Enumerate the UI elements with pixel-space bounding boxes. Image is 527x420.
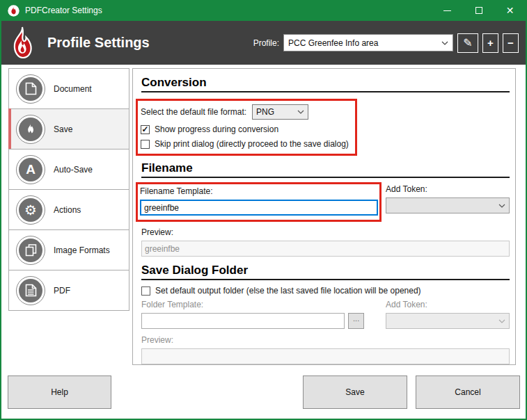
remove-profile-button[interactable]: − xyxy=(503,33,519,53)
minimize-button[interactable] xyxy=(432,0,463,21)
sidebar-item-label: Actions xyxy=(54,205,81,215)
save-button[interactable]: Save xyxy=(303,375,407,409)
show-progress-checkbox[interactable] xyxy=(141,125,150,134)
folder-add-token-dropdown xyxy=(386,313,510,329)
filename-preview-label: Preview: xyxy=(141,227,510,237)
add-profile-button[interactable]: + xyxy=(482,33,498,53)
skip-print-dialog-label: Skip print dialog (directly proceed to t… xyxy=(155,139,349,149)
conversion-heading: Conversion xyxy=(141,76,510,92)
file-format-dropdown[interactable]: PNG xyxy=(252,104,308,120)
header: Profile Settings Profile: PCC Greenfee I… xyxy=(1,21,526,65)
minimize-icon xyxy=(443,10,451,11)
window-title: PDFCreator Settings xyxy=(25,6,102,15)
flame-icon xyxy=(16,115,45,144)
chevron-down-icon xyxy=(297,110,304,114)
show-progress-label: Show progress during conversion xyxy=(155,124,278,134)
default-format-label: Select the default file format: xyxy=(141,107,246,117)
profile-dropdown[interactable]: PCC Greenfee Info area xyxy=(283,34,453,51)
edit-profile-button[interactable]: ✎ xyxy=(457,33,478,53)
pdfcreator-settings-window: PDFCreator Settings ✕ Profile Settings P… xyxy=(0,0,527,420)
profile-group: Profile: PCC Greenfee Info area ✎ + − xyxy=(253,33,519,53)
sidebar-item-auto-save[interactable]: A Auto-Save xyxy=(8,149,129,190)
stacked-pages-icon xyxy=(16,236,45,265)
conversion-highlight-box: Select the default file format: PNG Show… xyxy=(136,99,357,156)
folder-preview-label: Preview: xyxy=(141,335,510,345)
close-icon: ✕ xyxy=(506,6,514,15)
sidebar-item-label: Auto-Save xyxy=(54,165,93,175)
filename-heading: Filename xyxy=(141,161,510,178)
add-token-label: Add Token: xyxy=(386,184,510,194)
document-lines-icon xyxy=(16,276,45,305)
sidebar: Document Save A Auto-Save ⚙ xyxy=(8,68,129,311)
app-flame-icon xyxy=(8,5,19,17)
sidebar-item-label: Image Formats xyxy=(54,245,110,255)
browse-folder-button[interactable]: ... xyxy=(348,313,364,329)
folder-template-label: Folder Template: xyxy=(141,300,364,309)
set-default-output-folder-checkbox[interactable] xyxy=(141,286,150,296)
pdfcreator-logo-flame-icon xyxy=(8,26,37,60)
sidebar-item-save[interactable]: Save xyxy=(8,108,129,150)
filename-template-input[interactable] xyxy=(140,200,378,216)
sidebar-item-document[interactable]: Document xyxy=(8,68,129,109)
folder-template-input[interactable] xyxy=(141,313,345,329)
sidebar-item-label: Save xyxy=(54,124,72,134)
folder-preview-field xyxy=(141,348,510,364)
set-default-output-folder-label: Set default output folder (else the last… xyxy=(155,286,421,296)
sidebar-item-label: PDF xyxy=(54,286,70,296)
maximize-icon xyxy=(475,7,482,14)
save-button-label: Save xyxy=(345,387,364,397)
settings-panel: Conversion Select the default file forma… xyxy=(132,68,516,365)
chevron-down-icon xyxy=(498,319,505,323)
ellipsis-icon: ... xyxy=(353,315,359,323)
cancel-button[interactable]: Cancel xyxy=(416,375,520,409)
folder-add-token-label: Add Token: xyxy=(386,300,510,309)
save-dialog-folder-heading: Save Dialog Folder xyxy=(141,264,510,280)
maximize-button[interactable] xyxy=(463,0,494,21)
help-button[interactable]: Help xyxy=(8,375,111,409)
sidebar-item-actions[interactable]: ⚙ Actions xyxy=(8,189,129,230)
add-token-dropdown[interactable] xyxy=(386,197,510,213)
sidebar-item-label: Document xyxy=(54,84,92,94)
filename-template-highlight-box: Filename Template: xyxy=(136,182,382,222)
chevron-down-icon xyxy=(441,41,448,45)
gear-icon: ⚙ xyxy=(16,195,45,225)
window-controls: ✕ xyxy=(432,0,526,21)
skip-print-dialog-checkbox[interactable] xyxy=(141,140,150,149)
minus-icon: − xyxy=(508,37,514,49)
profile-dropdown-value: PCC Greenfee Info area xyxy=(288,38,441,48)
close-button[interactable]: ✕ xyxy=(494,0,526,21)
document-icon xyxy=(16,74,45,104)
sidebar-item-image-formats[interactable]: Image Formats xyxy=(8,229,129,270)
sidebar-item-pdf[interactable]: PDF xyxy=(8,270,129,311)
pencil-icon: ✎ xyxy=(463,36,472,49)
filename-preview-field xyxy=(141,241,510,257)
file-format-value: PNG xyxy=(256,107,297,117)
profile-label: Profile: xyxy=(253,38,279,48)
help-button-label: Help xyxy=(51,387,68,397)
chevron-down-icon xyxy=(498,204,505,208)
plus-icon: + xyxy=(487,37,494,49)
cancel-button-label: Cancel xyxy=(455,387,480,397)
page-title: Profile Settings xyxy=(47,35,150,51)
letter-a-icon: A xyxy=(16,155,45,184)
filename-template-label: Filename Template: xyxy=(140,186,378,196)
titlebar: PDFCreator Settings ✕ xyxy=(1,0,526,21)
